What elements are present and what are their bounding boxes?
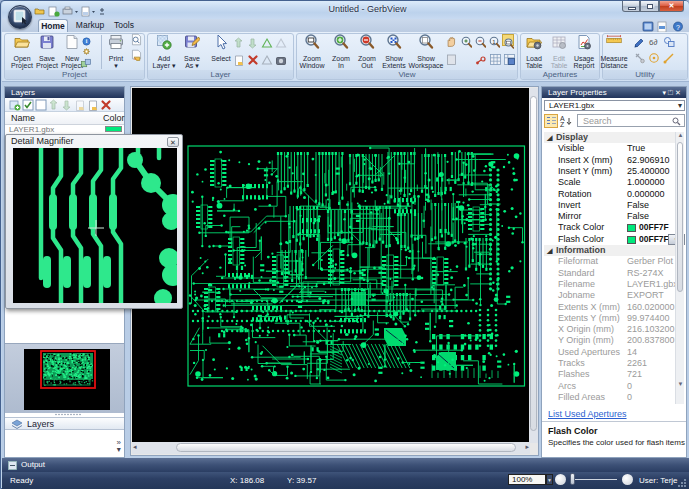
svg-text:6∂: 6∂	[649, 38, 657, 47]
svg-text:?: ?	[676, 24, 680, 31]
svg-text:Z: Z	[560, 121, 565, 128]
